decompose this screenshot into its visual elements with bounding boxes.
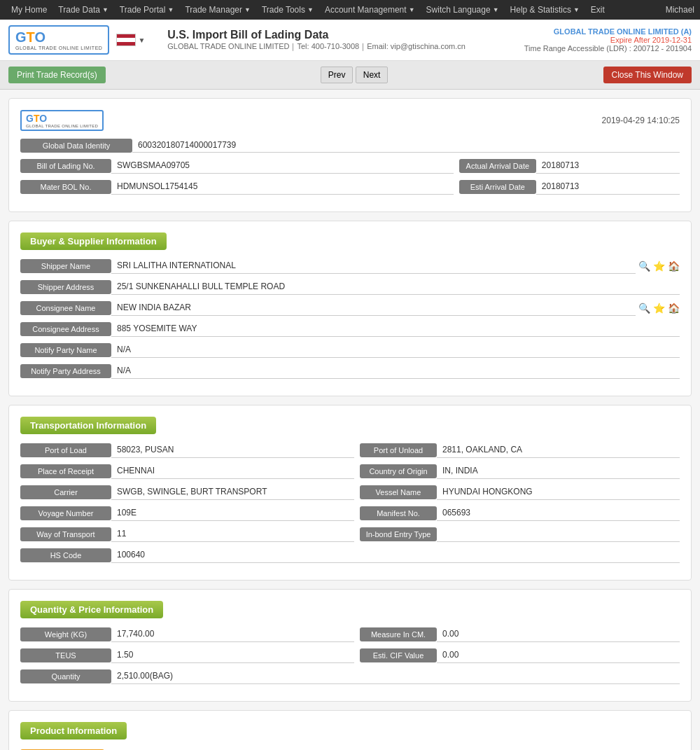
nav-my-home[interactable]: My Home	[6, 0, 52, 20]
port-load-row: Port of Load 58023, PUSAN Port of Unload…	[20, 443, 680, 458]
page-title: U.S. Import Bill of Lading Data	[167, 29, 524, 41]
shipper-search-icon[interactable]: 🔍	[638, 261, 650, 272]
manifest-no-value: 065693	[437, 506, 680, 521]
esti-cif-label: Esti. CIF Value	[360, 648, 437, 662]
account-company: GLOBAL TRADE ONLINE LIMITED (A)	[524, 27, 692, 36]
flag-dropdown-icon[interactable]: ▼	[138, 36, 145, 44]
close-button-top[interactable]: Close This Window	[603, 67, 692, 83]
shipper-name-value: SRI LALITHA INTERNATIONAL	[111, 258, 636, 274]
carrier-label: Carrier	[20, 485, 111, 499]
voyage-number-value: 109E	[111, 506, 354, 521]
nav-exit[interactable]: Exit	[585, 0, 610, 20]
consignee-name-label: Consignee Name	[20, 301, 111, 315]
account-expire: Expire After 2019-12-31	[524, 36, 692, 44]
logo-subtitle: GLOBAL TRADE ONLINE LIMITED	[15, 46, 102, 50]
weight-measure-row: Weight (KG) 17,740.00 Measure In CM. 0.0…	[20, 627, 680, 642]
date-row: GTO GLOBAL TRADE ONLINE LIMITED 2019-04-…	[20, 110, 680, 131]
logo-o: O	[34, 29, 46, 45]
consignee-address-label: Consignee Address	[20, 322, 111, 336]
mater-bol-value: HDMUNSOL1754145	[111, 179, 454, 195]
shipper-home-icon[interactable]: 🏠	[668, 261, 680, 272]
nav-account-management[interactable]: Account Management ▼	[319, 0, 421, 20]
logo-g: G	[15, 29, 27, 45]
notify-party-name-label: Notify Party Name	[20, 343, 111, 357]
measure-value: 0.00	[437, 627, 680, 642]
place-of-receipt-value: CHENNAI	[111, 464, 354, 479]
voyage-number-label: Voyage Number	[20, 506, 111, 520]
in-bond-entry-type-label: In-bond Entry Type	[360, 527, 437, 541]
port-of-unload-value: 2811, OAKLAND, CA	[437, 443, 680, 458]
main-content: GTO GLOBAL TRADE ONLINE LIMITED 2019-04-…	[0, 90, 700, 750]
account-info: GLOBAL TRADE ONLINE LIMITED (A) Expire A…	[524, 27, 692, 53]
buyer-supplier-section-header: Buyer & Supplier Information	[20, 232, 167, 250]
consignee-name-row: Consignee Name NEW INDIA BAZAR 🔍 ⭐ 🏠	[20, 300, 680, 316]
notify-party-address-value: N/A	[111, 363, 680, 379]
consignee-home-icon[interactable]: 🏠	[668, 303, 680, 314]
page-subtitle: GLOBAL TRADE ONLINE LIMITED｜Tel: 400-710…	[167, 41, 524, 52]
record-datetime: 2019-04-29 14:10:25	[602, 116, 680, 125]
vessel-name-label: Vessel Name	[360, 485, 437, 499]
prev-button-top[interactable]: Prev	[321, 67, 354, 83]
shipper-address-label: Shipper Address	[20, 280, 111, 294]
country-of-origin-value: IN, INDIA	[437, 464, 680, 479]
nav-trade-data[interactable]: Trade Data ▼	[52, 0, 114, 20]
port-of-unload-label: Port of Unload	[360, 443, 437, 457]
print-button-top[interactable]: Print Trade Record(s)	[8, 67, 106, 83]
title-area: U.S. Import Bill of Lading Data GLOBAL T…	[167, 29, 524, 52]
esti-cif-value: 0.00	[437, 648, 680, 663]
nav-user: Michael	[666, 5, 694, 15]
hs-code-label: HS Code	[20, 548, 111, 562]
main-card: GTO GLOBAL TRADE ONLINE LIMITED 2019-04-…	[8, 98, 692, 212]
carrier-vessel-row: Carrier SWGB, SWINGLE, BURT TRANSPORT Ve…	[20, 485, 680, 500]
shipper-address-value: 25/1 SUNKENAHALLI BULL TEMPLE ROAD	[111, 279, 680, 295]
buyer-supplier-card: Buyer & Supplier Information Shipper Nam…	[8, 221, 692, 396]
port-of-load-value: 58023, PUSAN	[111, 443, 354, 458]
hs-code-row: HS Code 100640	[20, 548, 680, 563]
bol-label: Bill of Lading No.	[20, 159, 111, 173]
teus-value: 1.50	[111, 648, 354, 663]
nav-trade-portal[interactable]: Trade Portal ▼	[114, 0, 180, 20]
notify-party-name-row: Notify Party Name N/A	[20, 342, 680, 358]
country-of-origin-label: Country of Origin	[360, 464, 437, 478]
product-section-header: Product Information	[20, 722, 127, 739]
weight-label: Weight (KG)	[20, 627, 111, 641]
consignee-star-icon[interactable]: ⭐	[653, 303, 665, 314]
notify-party-address-label: Notify Party Address	[20, 364, 111, 378]
nav-help-statistics[interactable]: Help & Statistics ▼	[505, 0, 585, 20]
transportation-section-header: Transportation Information	[20, 417, 156, 434]
nav-trade-manager[interactable]: Trade Manager ▼	[179, 0, 256, 20]
carrier-value: SWGB, SWINGLE, BURT TRANSPORT	[111, 485, 354, 500]
hs-code-value: 100640	[111, 548, 680, 563]
top-navigation: My Home Trade Data ▼ Trade Portal ▼ Trad…	[0, 0, 700, 20]
teus-label: TEUS	[20, 648, 111, 662]
port-of-load-label: Port of Load	[20, 443, 111, 457]
shipper-name-row: Shipper Name SRI LALITHA INTERNATIONAL 🔍…	[20, 258, 680, 274]
global-data-identity-row: Global Data Identity 6003201807140000177…	[20, 138, 680, 153]
mater-bol-label: Mater BOL No.	[20, 180, 111, 194]
nav-switch-language[interactable]: Switch Language ▼	[421, 0, 505, 20]
voyage-manifest-row: Voyage Number 109E Manifest No. 065693	[20, 506, 680, 521]
actual-arrival-label: Actual Arrival Date	[459, 159, 536, 173]
consignee-address-value: 885 YOSEMITE WAY	[111, 321, 680, 337]
shipper-address-row: Shipper Address 25/1 SUNKENAHALLI BULL T…	[20, 279, 680, 295]
nav-trade-tools[interactable]: Trade Tools ▼	[256, 0, 319, 20]
shipper-star-icon[interactable]: ⭐	[653, 261, 665, 272]
nav-buttons-top: Prev Next	[321, 67, 388, 83]
esti-arrival-value: 20180713	[536, 179, 680, 195]
flag-icon	[116, 34, 136, 46]
bol-row: Bill of Lading No. SWGBSMAA09705 Actual …	[20, 158, 680, 174]
logo-box: GTO GLOBAL TRADE ONLINE LIMITED	[8, 25, 109, 55]
transportation-card: Transportation Information Port of Load …	[8, 405, 692, 581]
esti-arrival-label: Esti Arrival Date	[459, 180, 536, 194]
quantity-value: 2,510.00(BAG)	[111, 669, 680, 684]
manifest-no-label: Manifest No.	[360, 506, 437, 520]
global-data-identity-value: 600320180714000017739	[132, 138, 680, 153]
consignee-search-icon[interactable]: 🔍	[638, 303, 650, 314]
next-button-top[interactable]: Next	[356, 67, 388, 83]
flag-area[interactable]: ▼	[116, 34, 145, 46]
logo-area: GTO GLOBAL TRADE ONLINE LIMITED ▼	[8, 25, 153, 55]
quantity-label: Quantity	[20, 669, 111, 683]
consignee-address-row: Consignee Address 885 YOSEMITE WAY	[20, 321, 680, 337]
global-data-identity-label: Global Data Identity	[20, 139, 132, 153]
measure-label: Measure In CM.	[360, 627, 437, 641]
